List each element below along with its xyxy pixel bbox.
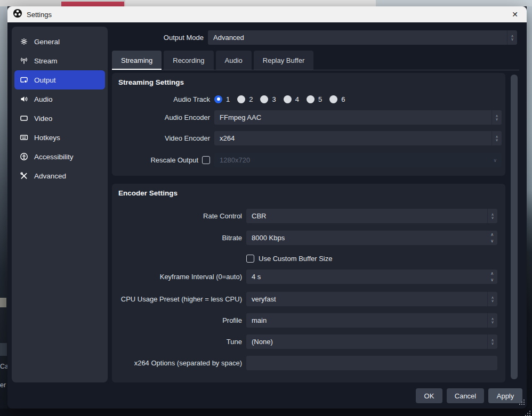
tune-select[interactable]: (None) ∧∨ — [246, 335, 497, 349]
ok-button[interactable]: OK — [416, 388, 442, 403]
tab-label: Replay Buffer — [263, 56, 305, 64]
radio-icon[interactable] — [260, 95, 268, 103]
radio-label: 5 — [318, 95, 322, 103]
cancel-button[interactable]: Cancel — [447, 388, 484, 403]
desktop-top-strip-light — [125, 0, 376, 6]
background-fragment — [0, 298, 6, 307]
rate-control-spinner[interactable]: ∧∨ — [487, 209, 497, 223]
audio-encoder-label: Audio Encoder — [112, 113, 214, 121]
chevron-down-icon: ∨ — [491, 216, 494, 219]
rescale-output-checkbox[interactable] — [202, 156, 210, 164]
audio-encoder-spinner[interactable]: ∧∨ — [491, 110, 502, 125]
keyboard-icon — [20, 133, 28, 142]
rescale-resolution-value: 1280x720 — [214, 156, 493, 164]
profile-select[interactable]: main ∧∨ — [246, 313, 497, 328]
output-mode-row: Output Mode Advanced ∧∨ — [112, 30, 517, 45]
encoder-settings-panel: Encoder Settings Rate Control CBR ∧∨ Bit… — [112, 184, 505, 382]
audio-track-option-6[interactable]: 6 — [329, 95, 345, 103]
radio-icon[interactable] — [329, 95, 337, 103]
tune-value: (None) — [246, 338, 487, 346]
rescale-resolution-select[interactable]: 1280x720 ∨ — [214, 153, 502, 167]
audio-track-option-5[interactable]: 5 — [307, 95, 322, 103]
keyframe-interval-stepper[interactable]: ∧∨ — [490, 271, 497, 282]
audio-track-option-1[interactable]: 1 — [214, 95, 230, 103]
video-encoder-select[interactable]: x264 ∧∨ — [214, 131, 502, 145]
bitrate-spinbox[interactable]: 8000 Kbps ∧∨ — [246, 231, 497, 245]
sidebar-item-label: Video — [34, 115, 52, 123]
encoder-settings-header: Encoder Settings — [118, 189, 178, 197]
monitor-icon — [20, 114, 28, 123]
x264-options-row: x264 Options (separated by space) — [112, 356, 505, 370]
radio-label: 3 — [272, 95, 276, 103]
tab-replay-buffer[interactable]: Replay Buffer — [254, 51, 314, 70]
x264-options-input[interactable] — [246, 356, 497, 370]
video-encoder-spinner[interactable]: ∧∨ — [491, 131, 502, 145]
tab-audio[interactable]: Audio — [216, 51, 252, 70]
profile-row: Profile main ∧∨ — [112, 313, 505, 328]
sidebar-item-hotkeys[interactable]: Hotkeys — [14, 128, 105, 147]
output-mode-spinner[interactable]: ∧∨ — [507, 30, 517, 45]
dialog-titlebar[interactable]: Settings ✕ — [7, 6, 527, 22]
rescale-output-label-group: Rescale Output — [112, 156, 214, 164]
rate-control-select[interactable]: CBR ∧∨ — [246, 209, 497, 223]
tune-spinner[interactable]: ∧∨ — [487, 335, 497, 349]
sidebar-item-label: Stream — [34, 57, 58, 65]
tab-streaming[interactable]: Streaming — [112, 51, 162, 70]
settings-dialog: Settings ✕ General Stream Output Audio V… — [7, 6, 527, 409]
sidebar-item-output[interactable]: Output — [14, 70, 105, 89]
keyframe-interval-label: Keyframe Interval (0=auto) — [112, 273, 246, 281]
audio-track-option-4[interactable]: 4 — [284, 95, 299, 103]
sidebar-item-advanced[interactable]: Advanced — [14, 166, 105, 185]
audio-encoder-select[interactable]: FFmpeg AAC ∧∨ — [214, 110, 502, 125]
tab-label: Recording — [173, 56, 204, 64]
apply-button[interactable]: Apply — [488, 388, 522, 403]
sidebar-item-stream[interactable]: Stream — [14, 51, 105, 70]
streaming-settings-header: Streaming Settings — [118, 78, 184, 86]
x264-options-label: x264 Options (separated by space) — [112, 359, 246, 367]
radio-icon[interactable] — [307, 95, 315, 103]
cpu-usage-preset-select[interactable]: veryfast ∧∨ — [246, 292, 497, 306]
audio-track-option-2[interactable]: 2 — [237, 95, 253, 103]
cpu-usage-preset-spinner[interactable]: ∧∨ — [487, 292, 497, 306]
sidebar-item-label: Output — [34, 76, 56, 84]
audio-encoder-row: Audio Encoder FFmpeg AAC ∧∨ — [112, 110, 505, 125]
close-icon[interactable]: ✕ — [509, 9, 521, 20]
radio-label: 2 — [249, 95, 253, 103]
rate-control-label: Rate Control — [112, 212, 246, 220]
sidebar-item-audio[interactable]: Audio — [14, 89, 105, 109]
bitrate-stepper[interactable]: ∧∨ — [490, 232, 497, 243]
broadcast-icon — [20, 56, 28, 65]
output-mode-select[interactable]: Advanced ∧∨ — [208, 30, 517, 45]
tune-row: Tune (None) ∧∨ — [112, 335, 505, 349]
output-mode-value: Advanced — [208, 34, 507, 42]
sidebar-item-label: Hotkeys — [34, 134, 60, 142]
chevron-down-icon: ∨ — [490, 278, 494, 282]
radio-icon[interactable] — [214, 95, 222, 103]
cpu-usage-preset-row: CPU Usage Preset (higher = less CPU) ver… — [112, 292, 505, 306]
dialog-resize-grip[interactable] — [519, 398, 525, 407]
chevron-down-icon: ∨ — [491, 299, 494, 303]
main-window-resize-grip[interactable] — [525, 409, 531, 416]
sidebar-item-general[interactable]: General — [14, 32, 105, 51]
chevron-down-icon: ∨ — [493, 158, 502, 163]
profile-spinner[interactable]: ∧∨ — [487, 313, 497, 328]
keyframe-interval-spinbox[interactable]: 4 s ∧∨ — [246, 270, 497, 284]
accessibility-icon — [20, 152, 28, 161]
tab-recording[interactable]: Recording — [164, 51, 213, 70]
radio-label: 4 — [295, 95, 299, 103]
tab-label: Streaming — [121, 56, 152, 64]
use-custom-buffer-size-checkbox[interactable] — [246, 255, 254, 263]
audio-track-radio-group: 1 2 3 4 5 6 — [214, 95, 345, 103]
tools-icon — [20, 172, 28, 180]
scrollbar-thumb[interactable] — [511, 75, 518, 379]
cpu-usage-preset-label: CPU Usage Preset (higher = less CPU) — [112, 295, 246, 303]
sidebar-item-video[interactable]: Video — [14, 109, 105, 128]
radio-icon[interactable] — [237, 95, 245, 103]
radio-icon[interactable] — [284, 95, 292, 103]
obs-logo-icon — [13, 9, 22, 20]
sidebar-item-accessibility[interactable]: Accessibility — [14, 147, 105, 166]
output-icon — [20, 76, 28, 84]
streaming-settings-panel: Streaming Settings Audio Track 1 2 3 4 5… — [112, 73, 505, 176]
audio-track-option-3[interactable]: 3 — [260, 95, 276, 103]
desktop-top-strip-right — [376, 0, 532, 6]
